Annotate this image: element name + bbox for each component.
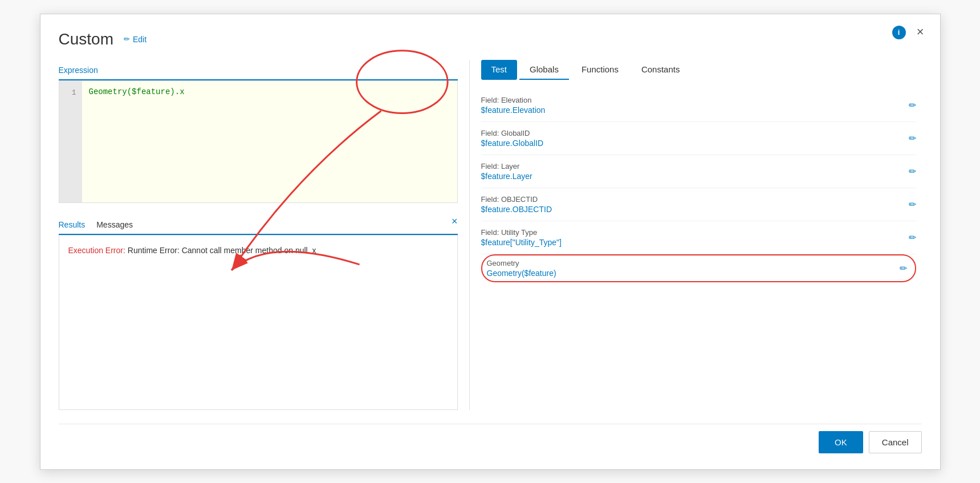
list-item-geometry: Geometry Geometry($feature) ✏ bbox=[481, 254, 916, 282]
code-content[interactable]: Geometry($feature).x bbox=[82, 81, 457, 202]
list-item: Field: Layer $feature.Layer ✏ bbox=[481, 155, 916, 188]
fields-list: Field: Elevation $feature.Elevation ✏ Fi… bbox=[481, 89, 922, 410]
results-section: Results Messages × Execution Error: Runt… bbox=[59, 214, 458, 410]
field-edit-icon[interactable]: ✏ bbox=[909, 232, 916, 243]
error-prefix: Execution Error: bbox=[68, 246, 125, 255]
field-label: Field: Layer bbox=[481, 162, 532, 171]
tab-messages[interactable]: Messages bbox=[96, 216, 133, 235]
field-expression[interactable]: Geometry($feature) bbox=[487, 269, 556, 278]
field-info: Field: Elevation $feature.Elevation bbox=[481, 96, 546, 115]
footer: OK Cancel bbox=[59, 424, 922, 453]
tab-results[interactable]: Results bbox=[59, 216, 86, 235]
field-edit-icon[interactable]: ✏ bbox=[900, 263, 907, 274]
pencil-icon: ✏ bbox=[124, 35, 130, 43]
field-edit-icon[interactable]: ✏ bbox=[909, 166, 916, 177]
results-close-button[interactable]: × bbox=[452, 216, 458, 228]
field-info: Field: OBJECTID $feature.OBJECTID bbox=[481, 195, 552, 214]
cancel-button[interactable]: Cancel bbox=[869, 431, 922, 453]
list-item: Field: Utility Type $feature["Utility_Ty… bbox=[481, 221, 916, 254]
list-item: Field: OBJECTID $feature.OBJECTID ✏ bbox=[481, 188, 916, 221]
left-panel: Expression 1 Geometry($feature).x Result… bbox=[59, 60, 469, 410]
edit-link[interactable]: ✏ Edit bbox=[124, 35, 147, 44]
code-editor[interactable]: 1 Geometry($feature).x bbox=[59, 80, 458, 203]
field-expression[interactable]: $feature.OBJECTID bbox=[481, 205, 552, 214]
list-item: Field: GlobalID $feature.GlobalID ✏ bbox=[481, 122, 916, 155]
close-button[interactable]: × bbox=[917, 26, 924, 38]
ok-button[interactable]: OK bbox=[819, 431, 863, 453]
field-edit-icon[interactable]: ✏ bbox=[909, 133, 916, 144]
field-label: Geometry bbox=[487, 259, 556, 267]
field-label: Field: Elevation bbox=[481, 96, 546, 104]
field-label: Field: GlobalID bbox=[481, 129, 544, 137]
right-panel: Test Globals Functions Constants Field: … bbox=[469, 60, 922, 410]
tab-expression[interactable]: Expression bbox=[59, 61, 98, 80]
right-tabs-row: Test Globals Functions Constants bbox=[481, 60, 922, 80]
tab-globals[interactable]: Globals bbox=[519, 60, 569, 80]
field-expression[interactable]: $feature.GlobalID bbox=[481, 139, 544, 148]
code-line: Geometry($feature).x bbox=[89, 86, 450, 98]
field-edit-icon[interactable]: ✏ bbox=[909, 100, 916, 111]
field-expression[interactable]: $feature.Elevation bbox=[481, 105, 546, 115]
results-tab-bar: Results Messages × bbox=[59, 214, 458, 235]
field-info: Field: Layer $feature.Layer bbox=[481, 162, 532, 181]
list-item: Field: Elevation $feature.Elevation ✏ bbox=[481, 89, 916, 122]
dialog-header: Custom ✏ Edit bbox=[59, 30, 922, 48]
field-label: Field: Utility Type bbox=[481, 228, 562, 237]
field-info: Field: Utility Type $feature["Utility_Ty… bbox=[481, 228, 562, 247]
edit-label: Edit bbox=[133, 35, 147, 44]
main-content: Expression 1 Geometry($feature).x Result… bbox=[59, 60, 922, 410]
field-edit-icon[interactable]: ✏ bbox=[909, 199, 916, 210]
field-expression[interactable]: $feature.Layer bbox=[481, 172, 532, 181]
field-label: Field: OBJECTID bbox=[481, 195, 552, 204]
custom-dialog: × i Custom ✏ Edit Expression 1 Geometry(… bbox=[40, 14, 941, 470]
tab-constants[interactable]: Constants bbox=[631, 60, 690, 80]
dialog-title: Custom bbox=[59, 30, 113, 48]
line-numbers: 1 bbox=[59, 81, 82, 202]
tab-test[interactable]: Test bbox=[481, 60, 518, 80]
tab-functions[interactable]: Functions bbox=[571, 60, 629, 80]
field-info: Geometry Geometry($feature) bbox=[487, 259, 556, 278]
field-expression[interactable]: $feature["Utility_Type"] bbox=[481, 238, 562, 247]
error-message: Runtime Error: Cannot call member method… bbox=[128, 246, 316, 255]
expression-tab-bar: Expression bbox=[59, 60, 458, 80]
field-info: Field: GlobalID $feature.GlobalID bbox=[481, 129, 544, 148]
info-icon[interactable]: i bbox=[892, 26, 906, 39]
results-body: Execution Error: Runtime Error: Cannot c… bbox=[59, 235, 458, 410]
